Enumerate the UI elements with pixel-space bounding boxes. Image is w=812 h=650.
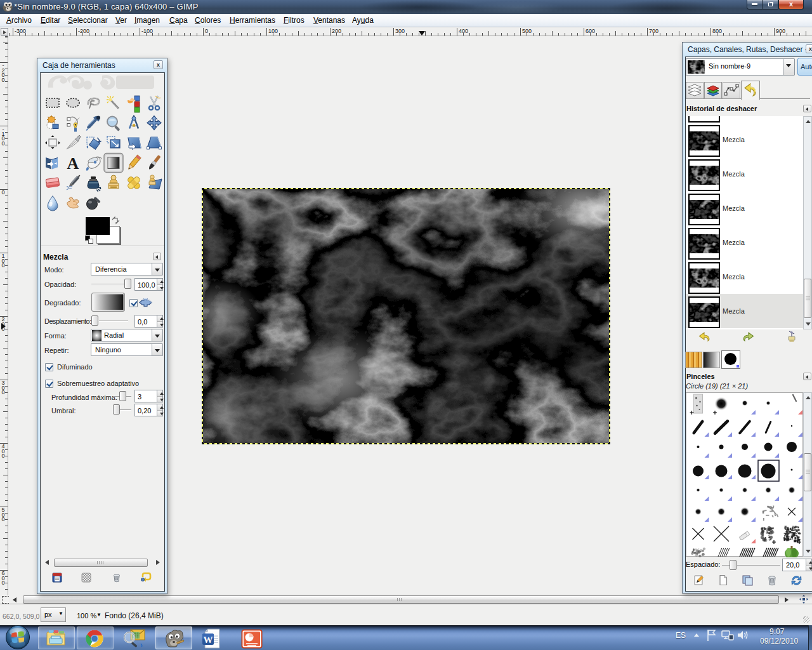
svg-text:A: A (67, 154, 79, 173)
svg-text:W: W (204, 635, 213, 645)
